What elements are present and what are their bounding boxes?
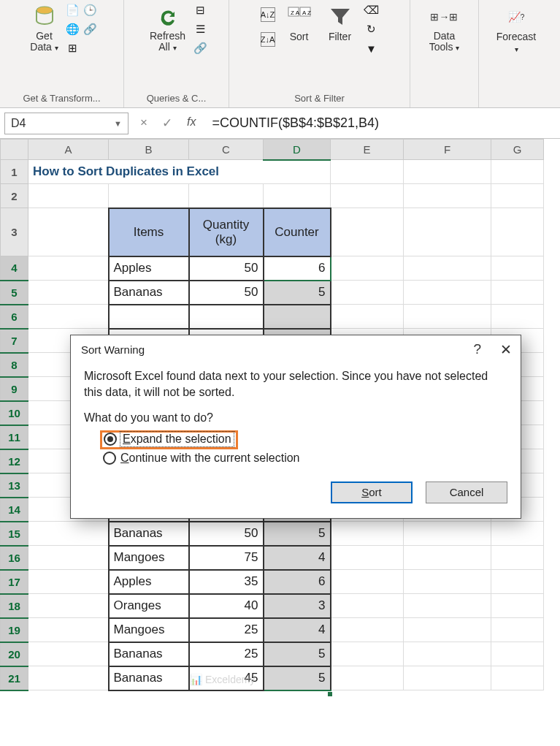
properties-icon[interactable]: ☰ [193, 22, 207, 37]
sort-az-za: A↓Z Z↓A [261, 3, 275, 47]
sort-za-icon[interactable]: Z↓A [261, 32, 275, 47]
row-20: 20Bananas255 [1, 642, 544, 666]
formula-bar-row: D4 ▼ × ✓ fx =COUNTIF($B$4:$B$21,B4) [0, 108, 560, 139]
get-data-small-buttons: 📄 🌐 ⊞ [66, 3, 80, 56]
clear-filter-icon[interactable]: ⌫ [364, 3, 379, 18]
formula-bar-buttons: × ✓ fx [129, 115, 207, 131]
database-icon [32, 4, 57, 29]
dialog-title: Sort Warning [81, 343, 145, 356]
refresh-label: RefreshAll ▾ [150, 31, 185, 53]
edit-links-icon[interactable]: 🔗 [193, 41, 207, 56]
row-3: 3 Items Quantity (kg) Counter [1, 208, 544, 256]
ribbon-group-queries: RefreshAll ▾ ⊟ ☰ 🔗 Queries & C... [124, 0, 229, 107]
refresh-all-button[interactable]: RefreshAll ▾ [145, 3, 190, 55]
row-15: 15Bananas505 [1, 522, 544, 546]
label-continue-selection: Continue with the current selection [120, 452, 299, 465]
select-all-corner[interactable] [1, 140, 28, 160]
dialog-close-icon[interactable]: ✕ [500, 341, 512, 358]
row-6: 6 [1, 305, 544, 329]
cancel-formula-icon[interactable]: × [140, 115, 147, 131]
row-18: 18Oranges403 [1, 594, 544, 618]
ribbon-group-get-transform: GetData ▾ 📄 🌐 ⊞ 🕒 🔗 Get & Transform... [0, 0, 124, 107]
col-header-A[interactable]: A [28, 140, 109, 160]
header-quantity[interactable]: Quantity (kg) [189, 208, 264, 256]
ribbon: GetData ▾ 📄 🌐 ⊞ 🕒 🔗 Get & Transform... R… [0, 0, 560, 108]
label-expand-selection[interactable]: Expand the selection [121, 433, 233, 446]
selection-fill-handle[interactable] [327, 691, 333, 697]
col-header-G[interactable]: G [491, 140, 544, 160]
sort-label: Sort [290, 31, 309, 42]
group-label-sort-filter: Sort & Filter [294, 91, 345, 106]
col-header-D[interactable]: D [264, 140, 331, 160]
header-items[interactable]: Items [109, 208, 189, 256]
row-17: 17Apples356 [1, 570, 544, 594]
active-cell-D4[interactable]: 6 [264, 256, 331, 281]
col-header-B[interactable]: B [109, 140, 189, 160]
radio-expand-selection[interactable] [104, 433, 117, 446]
option-continue-selection[interactable]: Continue with the current selection [84, 449, 507, 467]
recent-sources-icon[interactable]: 🕒 [83, 3, 98, 18]
filter-small: ⌫ ↻ ▼ [364, 3, 379, 56]
dialog-help-icon[interactable]: ? [473, 341, 481, 358]
forecast-label: Forecast▾ [496, 31, 536, 54]
forecast-button[interactable]: 📈? Forecast▾ [492, 3, 540, 56]
title-cell[interactable]: How to Sort Duplicates in Excel [28, 160, 331, 184]
sort-button-dialog[interactable]: Sort [331, 482, 413, 503]
sort-az-icon[interactable]: A↓Z [261, 7, 275, 22]
dialog-titlebar: Sort Warning ? ✕ [71, 335, 521, 364]
group-label-queries: Queries & C... [147, 91, 207, 106]
forecast-icon: 📈? [504, 4, 529, 29]
filter-button[interactable]: Filter [323, 3, 357, 44]
filter-label: Filter [329, 31, 351, 42]
advanced-filter-icon[interactable]: ▼ [364, 41, 379, 56]
row-5: 5Bananas505 [1, 281, 544, 305]
row-1: 1How to Sort Duplicates in Excel [1, 160, 544, 184]
refresh-icon [156, 4, 180, 29]
filter-icon [328, 4, 353, 29]
from-table-icon[interactable]: ⊞ [66, 41, 80, 56]
ribbon-group-forecast: 📈? Forecast▾ [479, 0, 553, 107]
get-data-small-buttons-2: 🕒 🔗 [83, 3, 98, 37]
queries-connections-icon[interactable]: ⊟ [193, 3, 207, 18]
name-box[interactable]: D4 ▼ [4, 113, 129, 134]
name-box-value: D4 [11, 117, 26, 130]
sort-button[interactable]: Z AA Z Sort [283, 3, 316, 44]
group-label-data-tools [443, 91, 446, 106]
column-headers: A B C D E F G [1, 140, 544, 160]
from-text-icon[interactable]: 📄 [66, 3, 80, 18]
svg-text:Z A: Z A [291, 9, 300, 16]
reapply-icon[interactable]: ↻ [364, 22, 379, 37]
col-header-F[interactable]: F [404, 140, 491, 160]
cancel-button[interactable]: Cancel [426, 482, 507, 503]
ribbon-group-sort-filter: A↓Z Z↓A Z AA Z Sort Filter ⌫ ↻ ▼ Sort & … [229, 0, 410, 107]
queries-small: ⊟ ☰ 🔗 [193, 3, 207, 56]
dialog-message: Microsoft Excel found data next to your … [84, 368, 507, 411]
get-data-label: GetData ▾ [30, 31, 58, 53]
row-21: 21Bananas455 [1, 666, 544, 690]
group-label-forecast [515, 91, 518, 106]
svg-text:A Z: A Z [302, 9, 311, 16]
fx-icon[interactable]: fx [187, 115, 196, 131]
dialog-body: Microsoft Excel found data next to your … [71, 364, 521, 518]
sort-icon: Z AA Z [287, 4, 312, 29]
sort-warning-dialog: Sort Warning ? ✕ Microsoft Excel found d… [70, 335, 521, 519]
radio-continue-selection[interactable] [103, 452, 116, 465]
ribbon-group-data-tools: ⊞→⊞ DataTools ▾ [410, 0, 479, 107]
data-tools-button[interactable]: ⊞→⊞ DataTools ▾ [425, 3, 464, 55]
row-4: 4Apples506 [1, 256, 544, 281]
data-tools-icon: ⊞→⊞ [431, 4, 456, 29]
row-19: 19Mangoes254 [1, 618, 544, 642]
from-web-icon[interactable]: 🌐 [66, 22, 80, 37]
enter-formula-icon[interactable]: ✓ [162, 115, 172, 131]
row-2: 2 [1, 184, 544, 208]
get-data-button[interactable]: GetData ▾ [26, 3, 62, 55]
data-tools-label: DataTools ▾ [429, 31, 460, 53]
svg-point-0 [37, 7, 53, 14]
header-counter[interactable]: Counter [264, 208, 331, 256]
col-header-C[interactable]: C [189, 140, 264, 160]
name-box-dropdown-icon[interactable]: ▼ [114, 119, 122, 128]
group-label-get-transform: Get & Transform... [23, 91, 100, 106]
col-header-E[interactable]: E [331, 140, 404, 160]
existing-connections-icon[interactable]: 🔗 [83, 22, 98, 37]
formula-input[interactable]: =COUNTIF($B$4:$B$21,B4) [207, 115, 560, 131]
